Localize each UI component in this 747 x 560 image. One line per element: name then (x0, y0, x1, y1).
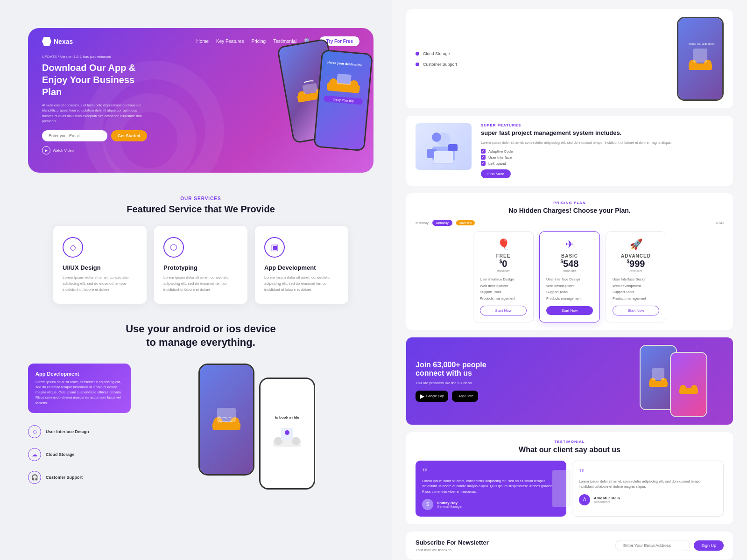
appdev-name: App Development (264, 264, 339, 271)
quote-mark-2: " (579, 468, 717, 479)
newsletter-button[interactable]: Sign Up (694, 540, 724, 551)
nav-features[interactable]: Key Features (216, 39, 244, 44)
feature-box-appdev: App Development Lorem ipsum dolor sit am… (28, 364, 131, 413)
testimonial-text-1: Lorem ipsum dolor sit amet, consectetur … (422, 478, 560, 494)
svg-text:destination: destination (218, 420, 232, 423)
phone-left: chose your destination (198, 364, 254, 476)
currency-label[interactable]: USD (716, 221, 724, 225)
features-list: Cloud Storage Customer Support (416, 49, 668, 70)
appdev-desc: Lorem ipsum dolor sit amet, consectetur … (264, 275, 339, 293)
hero-section: Nexas Home Key Features Pricing Testimon… (28, 28, 374, 173)
uiux-desc: Lorem ipsum dolor sit amet, consectetur … (63, 275, 137, 293)
pm-illustration (416, 123, 472, 170)
author-role-2: Accountant (594, 500, 620, 504)
hero-update-text: UPDATE / Version 1.5.1 has just released (42, 55, 359, 59)
pricing-header: PRICING PLAN No Hidden Charges! Choose y… (416, 201, 724, 214)
basic-features: User Interface DesignWeb developmentSupp… (546, 276, 593, 301)
svg-rect-23 (693, 49, 707, 63)
pm-desc: Lorem ipsum dolor sit amet, consectetur … (481, 140, 724, 145)
newsletter-form: Sign Up (615, 540, 724, 551)
testimonial-title: What our client say about us (416, 446, 724, 454)
svg-rect-30 (432, 163, 455, 164)
google-play-button[interactable]: ▶ Google play (416, 391, 448, 402)
pm-check-label-1: Adaptive Code (488, 149, 513, 154)
phone-left-screen: chose your destination (200, 365, 253, 474)
uiux-icon: ◇ (63, 237, 83, 258)
newsletter-row: Subscribe For Newsletter Your mail will … (416, 539, 724, 552)
monthly-label[interactable]: Monthly (416, 221, 429, 225)
annually-toggle[interactable]: Annually (432, 220, 452, 226)
app-store-buttons: ▶ Google play App Store (416, 391, 632, 402)
phone-right-main: is book a ride (259, 378, 315, 490)
pm-check-1: ✓ Adaptive Code (481, 149, 724, 154)
free-amount: $0 (480, 259, 527, 269)
feature-dot-support (416, 63, 419, 66)
ui-design-icon: ◇ (28, 425, 41, 438)
advanced-amount: $999 (613, 259, 659, 269)
feature-customer-support: 🎧 Customer Support (28, 466, 131, 489)
customer-support-text: Customer Support (46, 475, 83, 480)
author-role-1: General Manager (437, 505, 462, 508)
hero-description: At vero eos et accusamus et iusto odio d… (42, 103, 145, 124)
mobile-content: App Development Lorem ipsum dolor sit am… (28, 364, 374, 490)
testimonial-card-1: " Lorem ipsum dolor sit amet, consectetu… (416, 461, 566, 517)
basic-start-button[interactable]: Start Now (546, 306, 593, 315)
ui-design-text: User Interface Design (46, 429, 89, 434)
app-desc: You are products like the 63 ideas (416, 380, 632, 386)
prototyping-icon: ⬡ (163, 237, 184, 258)
hero-content: UPDATE / Version 1.5.1 has just released… (28, 55, 374, 154)
mobile-title: Use your android or ios deviceto manage … (28, 322, 374, 349)
app-text: Join 63,000+ peopleconnect with us You a… (416, 361, 632, 402)
email-input[interactable] (42, 130, 107, 141)
testimonial-decoration (552, 470, 571, 507)
phone-right-main-screen: is book a ride (261, 379, 314, 488)
find-more-button[interactable]: Find More (481, 169, 511, 178)
author-name-1: Shirley Roy (437, 501, 462, 505)
google-play-label: Google play (426, 394, 444, 398)
check-icon-1: ✓ (481, 149, 486, 154)
cloud-storage-icon: ☁ (28, 448, 41, 461)
features-top-section: Cloud Storage Customer Support chose you… (406, 9, 733, 108)
app-download-section: Join 63,000+ peopleconnect with us You a… (406, 337, 733, 425)
watch-video-row: ▶ Watch Video (42, 146, 359, 154)
watch-video-label[interactable]: Watch Video (53, 148, 74, 153)
feature-row-cloud: Cloud Storage (416, 49, 668, 59)
hero-input-row: Get Started (42, 130, 359, 141)
pm-check-label-3: Left upand (488, 161, 506, 166)
svg-rect-27 (448, 144, 458, 151)
app-store-button[interactable]: App Store (452, 391, 478, 402)
newsletter-section: Subscribe For Newsletter Your mail will … (406, 532, 733, 560)
author-avatar-2: A (579, 494, 590, 505)
author-info-1: Shirley Roy General Manager (437, 501, 462, 508)
advanced-features: User Interface DesignWeb developmentSupp… (613, 276, 659, 301)
free-start-button[interactable]: Start Now (480, 306, 527, 315)
free-icon: 🎈 (480, 238, 527, 251)
left-panel: Nexas Home Key Features Pricing Testimon… (0, 0, 392, 560)
google-play-icon: ▶ (420, 393, 424, 399)
pm-title: super fast project management system inc… (481, 129, 724, 137)
app-store-label: App Store (458, 394, 473, 398)
newsletter-text: Subscribe For Newsletter Your mail will … (416, 539, 608, 552)
svg-rect-34 (652, 368, 664, 380)
get-started-button[interactable]: Get Started (111, 130, 147, 141)
prototyping-name: Prototyping (163, 264, 238, 271)
feature-ui-design: ◇ User Interface Design (28, 420, 131, 443)
app-title: Join 63,000+ peopleconnect with us (416, 361, 632, 378)
hero-title: Download Our App & Enjoy Your Business P… (42, 62, 145, 98)
pricing-section: PRICING PLAN No Hidden Charges! Choose y… (406, 193, 733, 330)
newsletter-input[interactable] (615, 540, 690, 551)
free-tier: FREE (480, 253, 527, 259)
nav-home[interactable]: Home (196, 39, 209, 44)
svg-rect-29 (434, 151, 453, 163)
cloud-storage-text: Cloud Storage (46, 452, 75, 457)
play-icon[interactable]: ▶ (42, 146, 50, 154)
uiux-name: UI/UX Design (63, 264, 137, 271)
svg-text:chose your: chose your (218, 416, 232, 419)
advanced-period: /mo/user (613, 269, 659, 273)
free-features: User Interface DesignWeb developmentSupp… (480, 276, 527, 301)
pricing-label: PRICING PLAN (416, 201, 724, 205)
advanced-start-button[interactable]: Start Now (613, 306, 659, 315)
feature-row-support: Customer Support (416, 59, 668, 70)
quote-mark-1: " (422, 467, 560, 478)
feature-support-label: Customer Support (423, 62, 457, 67)
